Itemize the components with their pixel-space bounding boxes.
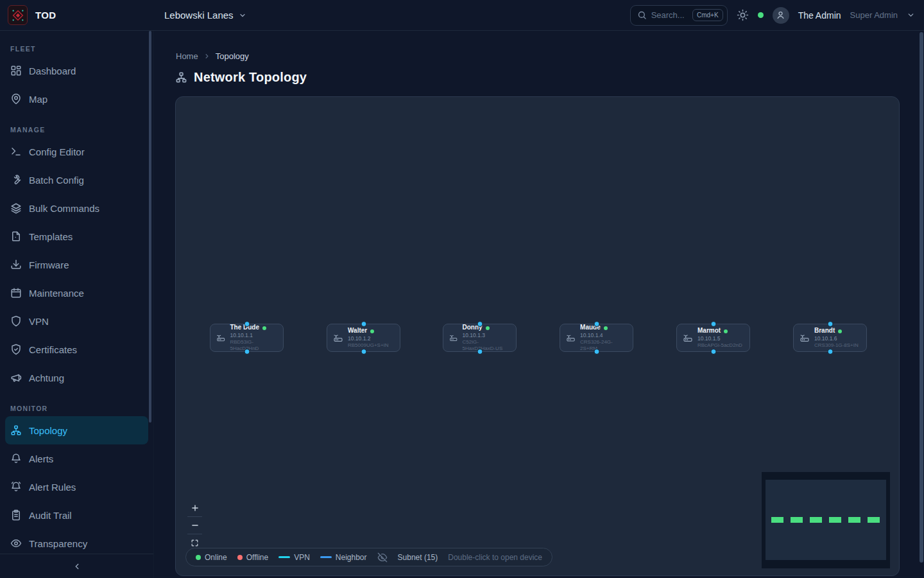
sidebar-item-label: Maintenance [29,288,84,299]
router-icon [566,333,576,343]
sidebar-item-label: Topology [29,425,67,436]
legend-offline-label: Offline [246,553,268,562]
node-info: The Dude 10.10.1.1 RBD53iG-5HacD2HnD [230,324,277,351]
node-info: Maude 10.10.1.4 CRS326-24G-2S+RM [580,324,627,351]
sidebar-item-label: Certificates [29,344,77,355]
user-menu-chevron-icon[interactable] [907,11,915,19]
sidebar-item-templates[interactable]: Templates [5,222,148,250]
megaphone-icon [10,372,22,383]
topology-node-maude[interactable]: Maude 10.10.1.4 CRS326-24G-2S+RM [560,324,633,352]
topbar-right: Search... Cmd+K The Admin Super Admin [630,5,924,26]
node-ip: 10.10.1.5 [697,335,742,342]
sidebar-item-label: Bulk Commands [29,203,99,214]
theme-toggle-icon[interactable] [737,9,749,21]
fit-view-icon [191,539,199,547]
router-icon [683,333,693,343]
layers-icon [10,202,22,214]
sitemap-icon [175,71,187,83]
sidebar-item-label: Config Editor [29,146,85,157]
router-icon [333,333,343,343]
file-icon [10,231,22,242]
section-title-monitor: MONITOR [0,399,153,416]
eye-off-icon[interactable] [377,552,388,563]
sidebar-item-dashboard[interactable]: Dashboard [5,57,148,85]
shield-icon [10,315,22,327]
org-selector[interactable]: Lebowski Lanes [164,10,246,21]
sidebar-item-config-editor[interactable]: Config Editor [5,137,148,166]
node-name: Brandt [814,327,835,335]
sidebar-item-batch-config[interactable]: Batch Config [5,166,148,194]
legend-neighbor-label: Neighbor [336,553,367,562]
online-status-dot [724,329,728,333]
avatar[interactable] [773,7,789,24]
sidebar-item-label: Audit Trail [29,510,72,521]
sidebar-item-topology[interactable]: Topology [5,416,148,444]
sidebar-item-label: Alert Rules [29,482,76,493]
zoom-in-button[interactable] [187,499,202,516]
sidebar-item-alerts[interactable]: Alerts [5,444,148,473]
legend-subnet-label: Subnet (15) [398,553,438,562]
sidebar-item-firmware[interactable]: Firmware [5,250,148,279]
sidebar-scrollbar[interactable] [149,31,151,423]
sidebar-item-certificates[interactable]: Certificates [5,335,148,363]
search-input[interactable]: Search... Cmd+K [630,5,728,26]
sidebar-item-map[interactable]: Map [5,85,148,113]
org-name: Lebowski Lanes [164,10,234,21]
sidebar-item-achtung[interactable]: Achtung [5,363,148,392]
sidebar-item-maintenance[interactable]: Maintenance [5,279,148,307]
legend-online-label: Online [205,553,227,562]
download-icon [10,259,22,270]
sidebar-item-audit-trail[interactable]: Audit Trail [5,501,148,529]
sidebar-item-bulk-commands[interactable]: Bulk Commands [5,194,148,222]
breadcrumb-home-link[interactable]: Home [176,51,198,61]
bell-ring-icon [10,481,22,493]
minimap[interactable] [762,472,890,568]
node-ip: 10.10.1.6 [814,335,859,342]
eye-icon [10,538,22,549]
online-status-dot [486,326,490,330]
topology-node-marmot[interactable]: Marmot 10.10.1.5 RBcAPGi-5acD2nD [676,324,750,352]
minimap-node [848,517,860,523]
topology-node-the-dude[interactable]: The Dude 10.10.1.1 RBD53iG-5HacD2HnD [210,324,284,352]
legend-hint: Double-click to open device [448,553,542,562]
user-icon [776,10,785,20]
minimap-node [868,517,880,523]
topbar: TOD Lebowski Lanes Search... Cmd+K The A… [0,0,924,31]
minimap-node [791,517,803,523]
sidebar-collapse-button[interactable] [0,554,153,578]
search-shortcut-badge: Cmd+K [692,9,723,21]
sidebar-item-label: Transparency [29,538,87,549]
node-info: Marmot 10.10.1.5 RBcAPGi-5acD2nD [697,327,742,348]
zoom-out-button[interactable] [187,516,202,534]
node-name: Marmot [697,327,721,335]
node-info: Donny 10.10.1.3 C52iG-5HaxD2HaxD-US [463,324,510,351]
sidebar-item-alert-rules[interactable]: Alert Rules [5,473,148,501]
topology-node-walter[interactable]: Walter 10.10.1.2 RB5009UG+S+IN [327,324,400,352]
online-status-dot [262,326,266,330]
sidebar-item-label: Firmware [29,259,69,270]
node-name: Donny [463,324,483,332]
canvas-controls [187,499,202,551]
node-model: RB5009UG+S+IN [348,342,389,349]
topology-node-donny[interactable]: Donny 10.10.1.3 C52iG-5HaxD2HaxD-US [443,324,517,352]
legend-vpn-label: VPN [294,553,310,562]
node-ip: 10.10.1.2 [348,335,389,342]
page-scrollbar[interactable] [920,32,923,563]
topology-canvas[interactable]: The Dude 10.10.1.1 RBD53iG-5HacD2HnD Wal… [175,96,900,576]
sidebar-item-label: Map [29,94,47,105]
sidebar-item-vpn[interactable]: VPN [5,307,148,335]
plus-icon [191,504,200,512]
node-model: CRS326-24G-2S+RM [580,339,627,352]
terminal-icon [10,146,22,157]
node-model: RBcAPGi-5acD2nD [697,342,742,349]
sidebar: FLEET Dashboard Map MANAGE Config Editor… [0,31,154,578]
user-name: The Admin [798,10,841,21]
node-ip: 10.10.1.3 [463,332,510,339]
router-icon [216,333,225,343]
node-model: C52iG-5HaxD2HaxD-US [463,339,510,352]
topology-node-brandt[interactable]: Brandt 10.10.1.6 CRS309-1G-8S+IN [793,324,867,352]
chevron-down-icon [239,12,246,19]
online-status-dot [604,326,608,330]
sidebar-item-label: Batch Config [29,175,84,186]
sidebar-item-label: Achtung [29,372,64,383]
